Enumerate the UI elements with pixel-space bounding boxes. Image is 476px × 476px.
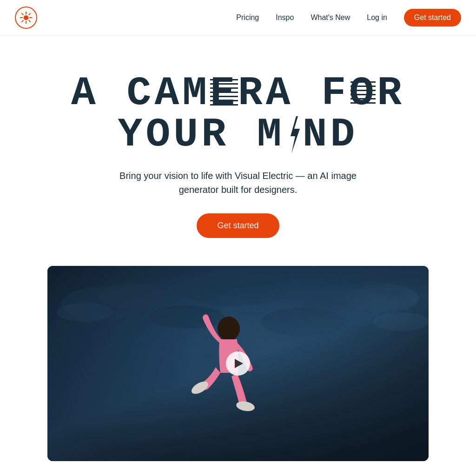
nav-pricing[interactable]: Pricing — [236, 13, 259, 22]
svg-line-8 — [22, 20, 23, 22]
hero-subtitle: Bring your vision to life with Visual El… — [112, 169, 364, 197]
svg-point-13 — [345, 284, 419, 312]
nav-whats-new[interactable]: What's New — [311, 13, 350, 22]
nav-links: Pricing Inspo What's New Log in Get star… — [236, 9, 461, 26]
nav-get-started-button[interactable]: Get started — [404, 9, 461, 26]
navbar: Pricing Inspo What's New Log in Get star… — [0, 0, 476, 36]
letter-o-icon: O — [349, 73, 377, 114]
svg-point-21 — [236, 400, 256, 413]
video-container[interactable] — [47, 266, 429, 461]
letter-e-icon: E — [210, 73, 238, 114]
svg-line-7 — [29, 13, 30, 15]
svg-line-6 — [29, 20, 30, 22]
svg-point-19 — [218, 317, 240, 341]
hero-section: A CAMERA FOR YOUR M ND Bring your vision… — [0, 36, 476, 476]
video-background — [47, 266, 429, 461]
lightning-icon — [284, 114, 304, 156]
svg-point-0 — [24, 15, 29, 20]
nav-login[interactable]: Log in — [367, 13, 387, 22]
nav-inspo[interactable]: Inspo — [276, 13, 294, 22]
logo-icon — [20, 11, 33, 24]
svg-line-5 — [22, 13, 23, 15]
play-button[interactable] — [226, 351, 250, 376]
hero-title: A CAMERA FOR YOUR M ND — [71, 73, 405, 156]
play-icon — [235, 359, 243, 368]
svg-point-18 — [373, 312, 429, 331]
letter-i-icon — [285, 114, 303, 156]
logo[interactable] — [15, 7, 37, 29]
svg-point-17 — [57, 303, 112, 322]
hero-get-started-button[interactable]: Get started — [197, 213, 279, 238]
